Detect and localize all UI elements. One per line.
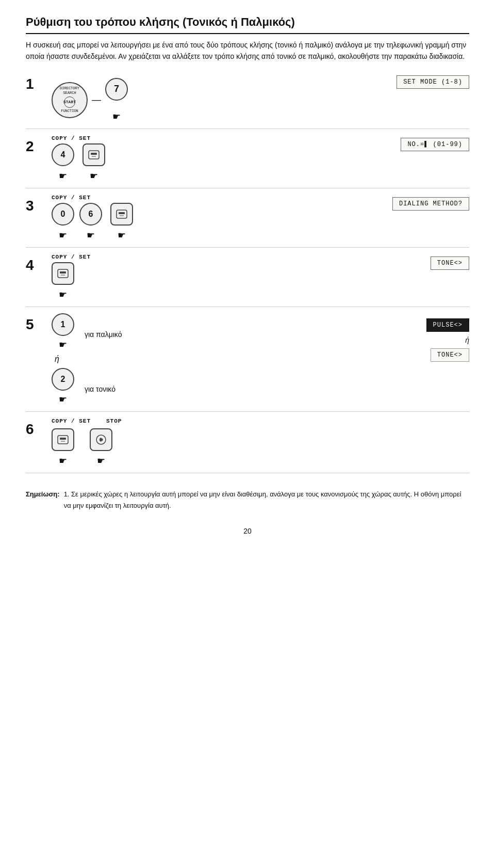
finger-1: ☛: [59, 339, 67, 350]
button-1-label: 1: [61, 320, 65, 329]
lcd-step1: SET MODE (1-8): [397, 75, 469, 89]
finger-set6: ☛: [59, 455, 67, 467]
step-4-number: 4: [26, 254, 46, 274]
arrow-icon: —: [92, 94, 101, 105]
stop-label: STOP: [106, 418, 122, 426]
set-icon-4: [56, 266, 70, 281]
label-tone: για τονικό: [85, 385, 116, 393]
step-5: 5 1 ☛ για παλμικό ή: [26, 313, 469, 405]
step-1-content: DIRECTORY SEARCH START FUNCTION —: [46, 73, 469, 122]
step-1: 1 DIRECTORY SEARCH START: [26, 73, 469, 122]
page-number: 20: [26, 527, 469, 535]
step-3-number: 3: [26, 195, 46, 214]
copy-set-label-2: COPY / SET: [52, 135, 366, 141]
label-pulse: για παλμικό: [85, 330, 122, 339]
step-3-content: COPY / SET 0 ☛ 6 ☛: [46, 195, 469, 241]
step-4-content: COPY / SET ☛: [46, 254, 469, 300]
finger-4: ☛: [59, 170, 67, 182]
finger-stop: ☛: [97, 455, 105, 467]
lcd-step2: NO.=▌ (01-99): [401, 138, 469, 151]
step-2-content: COPY / SET 4 ☛: [46, 135, 469, 182]
finger-set2: ☛: [90, 170, 98, 182]
lcd-step4: TONE<>: [431, 256, 469, 270]
step-5-tone-row: 2 ☛ για τονικό: [52, 368, 366, 405]
page-title: Ρύθμιση του τρόπου κλήσης (Τονικός ή Παλ…: [26, 15, 469, 34]
svg-rect-4: [119, 212, 125, 214]
finger-0: ☛: [59, 230, 67, 241]
step-5-display: PULSE<> ή TONE<>: [366, 313, 469, 362]
note-label: Σημείωση:: [26, 489, 60, 511]
step-2-number: 2: [26, 135, 46, 155]
button-0[interactable]: 0: [52, 203, 74, 226]
step-6-content: COPY / SET STOP ☛: [46, 418, 469, 467]
button-7[interactable]: 7: [105, 78, 128, 101]
note-text: 1. Σε μερικές χώρες η λειτουργία αυτή μπ…: [64, 489, 469, 511]
divider-1: [26, 128, 469, 129]
step-5-content: 1 ☛ για παλμικό ή 2 ☛: [46, 313, 469, 405]
or-text-1: ή: [55, 355, 366, 364]
set-icon-3: [114, 207, 129, 221]
button-4-label: 4: [61, 150, 65, 159]
finger-set4: ☛: [59, 289, 67, 300]
step-3-display: DIALING METHOD?: [366, 195, 469, 211]
step-3: 3 COPY / SET 0 ☛ 6: [26, 195, 469, 241]
step-1-display: SET MODE (1-8): [366, 73, 469, 89]
intro-paragraph: Η συσκευή σας μπορεί να λειτουργήσει με …: [26, 39, 469, 62]
step-1-device: DIRECTORY SEARCH START FUNCTION —: [52, 78, 366, 122]
set-button-3[interactable]: [110, 203, 133, 226]
divider-4: [26, 307, 469, 307]
button-7-label: 7: [114, 84, 119, 94]
finger-2: ☛: [59, 394, 67, 405]
or-text-2: ή: [465, 336, 469, 344]
finger-set3: ☛: [118, 230, 126, 241]
set-button-2[interactable]: [82, 143, 105, 166]
step-6-labels: COPY / SET STOP: [52, 418, 366, 426]
button-1[interactable]: 1: [52, 313, 74, 336]
button-6-label: 6: [89, 210, 93, 219]
set-button-6[interactable]: [52, 428, 74, 451]
button-6[interactable]: 6: [79, 203, 102, 226]
step-2-buttons: 4 ☛ ☛: [52, 143, 366, 182]
step-5-pulse-row: 1 ☛ για παλμικό: [52, 313, 366, 350]
copy-set-label-3: COPY / SET: [52, 195, 366, 201]
button-4[interactable]: 4: [52, 143, 74, 166]
step-1-number: 1: [26, 73, 46, 92]
finger-step1: ☛: [112, 111, 121, 122]
button-0-label: 0: [61, 210, 65, 219]
note-section: Σημείωση: 1. Σε μερικές χώρες η λειτουργ…: [26, 489, 469, 511]
button-2-label: 2: [61, 375, 65, 384]
step-6-number: 6: [26, 418, 46, 438]
divider-5: [26, 411, 469, 412]
set-icon-2: [87, 148, 101, 162]
lcd-tone-5: TONE<>: [431, 348, 469, 362]
set-icon-6: [56, 432, 70, 447]
lcd-step3: DIALING METHOD?: [392, 197, 469, 211]
svg-rect-10: [60, 438, 66, 440]
svg-rect-1: [91, 153, 97, 155]
step-5-options: 1 ☛ για παλμικό ή 2 ☛: [52, 313, 366, 405]
step-2-display: NO.=▌ (01-99): [366, 135, 469, 151]
copy-set-label-4: COPY / SET: [52, 254, 366, 260]
stop-button[interactable]: [90, 428, 112, 451]
divider-3: [26, 247, 469, 248]
step-5-number: 5: [26, 313, 46, 333]
divider-6: [26, 473, 469, 473]
copy-set-label-6: COPY / SET: [52, 418, 91, 424]
step-6-display: [366, 418, 469, 421]
device-icon: DIRECTORY SEARCH START FUNCTION: [52, 82, 88, 118]
set-button-4[interactable]: [52, 262, 74, 285]
step-4-buttons: ☛: [52, 262, 366, 300]
svg-rect-7: [60, 271, 66, 274]
step-2: 2 COPY / SET 4 ☛: [26, 135, 469, 182]
finger-6: ☛: [87, 230, 95, 241]
step-4: 4 COPY / SET ☛: [26, 254, 469, 300]
step-3-buttons: 0 ☛ 6 ☛: [52, 203, 366, 241]
divider-2: [26, 188, 469, 188]
step-6-buttons: ☛ ☛: [52, 428, 366, 467]
stop-icon: [94, 432, 108, 447]
step-4-display: TONE<>: [366, 254, 469, 270]
button-2[interactable]: 2: [52, 368, 74, 391]
step-6: 6 COPY / SET STOP: [26, 418, 469, 467]
lcd-pulse: PULSE<>: [426, 318, 469, 332]
